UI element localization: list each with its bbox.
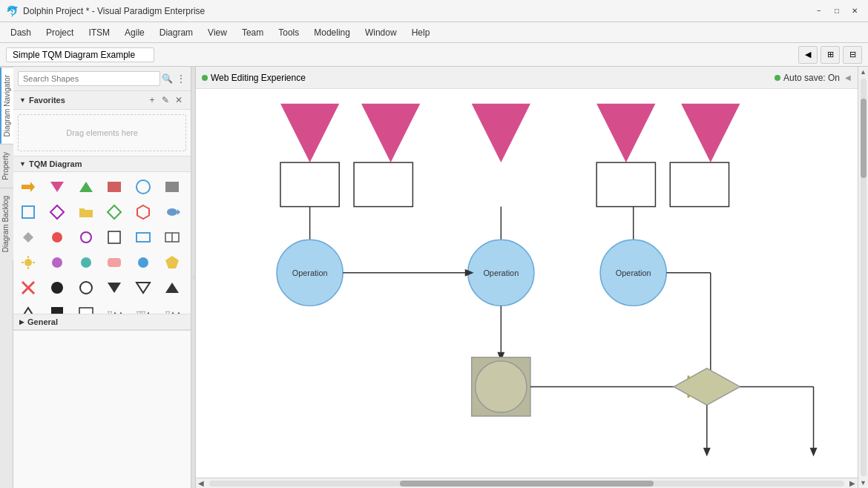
shape-triangle-outline[interactable]	[16, 301, 40, 314]
shape-circle-empty[interactable]	[74, 276, 98, 300]
input-box-4[interactable]	[596, 162, 655, 206]
shape-folder[interactable]	[74, 200, 98, 224]
menu-project[interactable]: Project	[39, 24, 81, 41]
funnel-4[interactable]	[596, 104, 655, 162]
shape-triangle-up2[interactable]	[160, 276, 184, 300]
menu-modeling[interactable]: Modeling	[306, 24, 358, 41]
more-options-icon[interactable]: ⋮	[176, 73, 186, 85]
general-header[interactable]: ▶ General	[13, 314, 191, 330]
shape-square-outline[interactable]	[16, 200, 40, 224]
shape-rect-outline2[interactable]	[74, 301, 98, 314]
shape-text1[interactable]: ▽▲▲	[102, 301, 126, 314]
funnel-3[interactable]	[472, 104, 530, 162]
shape-arrow-right[interactable]	[16, 175, 40, 199]
shape-circle-black[interactable]	[45, 276, 69, 300]
input-box-2[interactable]	[354, 162, 412, 206]
menu-tools[interactable]: Tools	[271, 24, 306, 41]
shape-triangle-up[interactable]	[74, 175, 98, 199]
minimize-button[interactable]: −	[812, 4, 826, 19]
shape-diamond-outline[interactable]	[102, 200, 126, 224]
canvas-scrollbar-y[interactable]: ▲ ▼	[858, 67, 868, 488]
svg-marker-2	[79, 182, 93, 192]
shape-pentagon[interactable]	[160, 251, 184, 274]
shape-circle-red[interactable]	[45, 225, 69, 249]
scroll-thumb-x[interactable]	[400, 481, 654, 487]
auto-save-dot-icon	[775, 75, 780, 81]
canvas-area[interactable]: Operation Operation Operation	[196, 89, 858, 478]
shape-sun[interactable]	[16, 251, 40, 274]
scroll-track-y[interactable]	[861, 79, 867, 476]
svg-point-25	[81, 257, 91, 268]
funnel-5[interactable]	[681, 104, 740, 162]
scroll-right-btn[interactable]: ▶	[847, 479, 858, 487]
svg-marker-8	[108, 205, 121, 219]
menu-help[interactable]: Help	[404, 24, 438, 41]
favorites-header[interactable]: ▼ Favorites + ✎ ✕	[13, 91, 191, 110]
favorites-add-btn[interactable]: +	[146, 94, 158, 106]
diagram-name: Simple TQM Diagram Example	[6, 47, 154, 62]
toolbar-layout-btn[interactable]: ⊟	[843, 46, 862, 64]
close-button[interactable]: ✕	[847, 4, 862, 19]
shape-square-black[interactable]	[45, 301, 69, 314]
svg-marker-0	[22, 182, 35, 192]
shape-rect-split[interactable]	[160, 225, 184, 249]
shape-diamond-small[interactable]	[16, 225, 40, 249]
shape-diamond-purple[interactable]	[45, 200, 69, 224]
shape-circle-blue[interactable]	[131, 251, 155, 274]
tqm-label: TQM Diagram	[29, 159, 185, 168]
menu-dash[interactable]: Dash	[3, 24, 39, 41]
svg-marker-28	[165, 256, 179, 268]
menu-agile[interactable]: Agile	[117, 24, 152, 41]
scroll-thumb-y[interactable]	[861, 99, 867, 178]
shape-triangle-down-outline[interactable]	[131, 276, 155, 300]
scroll-track-x[interactable]	[209, 481, 844, 487]
scroll-up-btn[interactable]: ▲	[858, 67, 868, 77]
shape-hexagon[interactable]	[131, 200, 155, 224]
general-section: ▶ General	[13, 314, 191, 330]
vtab-diagram-backlog[interactable]: Diagram Backlog	[0, 188, 13, 260]
step-circle[interactable]	[476, 361, 527, 412]
shape-text3[interactable]: ▽▲▲	[160, 301, 184, 314]
input-box-1[interactable]	[280, 162, 339, 206]
shape-circle[interactable]	[131, 175, 155, 199]
shape-rectangle-gray[interactable]	[160, 175, 184, 199]
shape-triangle-down2[interactable]	[102, 276, 126, 300]
toolbar-grid-btn[interactable]: ⊞	[821, 46, 840, 64]
vtab-property[interactable]: Property	[0, 144, 13, 188]
funnel-1[interactable]	[280, 104, 339, 162]
shape-rounded-rect[interactable]	[102, 251, 126, 274]
menu-diagram[interactable]: Diagram	[152, 24, 200, 41]
shape-circle-teal[interactable]	[74, 251, 98, 274]
favorites-edit-btn[interactable]: ✎	[160, 94, 171, 106]
menu-itsm[interactable]: ITSM	[81, 24, 117, 41]
menu-team[interactable]: Team	[234, 24, 271, 41]
shape-triangle-down[interactable]	[45, 175, 69, 199]
shape-fish[interactable]	[160, 200, 184, 224]
menu-view[interactable]: View	[200, 24, 234, 41]
vtab-diagram-navigator[interactable]: Diagram Navigator	[0, 67, 13, 144]
decision-diamond[interactable]	[674, 369, 740, 406]
toolbar-back-btn[interactable]: ◀	[798, 46, 818, 64]
svg-rect-37	[51, 307, 63, 314]
svg-rect-3	[108, 182, 121, 192]
tqm-header[interactable]: ▼ TQM Diagram	[13, 156, 191, 172]
maximize-button[interactable]: □	[829, 4, 844, 19]
canvas-scrollbar-x[interactable]: ◀ ▶	[196, 478, 858, 488]
shape-square-white[interactable]	[102, 225, 126, 249]
input-box-5[interactable]	[670, 162, 729, 206]
shape-rectangle[interactable]	[102, 175, 126, 199]
search-input[interactable]	[18, 71, 160, 86]
favorites-close-btn[interactable]: ✕	[173, 94, 185, 106]
title-bar-left: 🐬 Dolphin Project * - Visual Paradigm En…	[6, 5, 205, 17]
search-icon[interactable]: 🔍	[162, 73, 173, 84]
funnel-2[interactable]	[361, 104, 420, 162]
scroll-down-btn[interactable]: ▼	[858, 478, 868, 488]
shape-x-cross[interactable]	[16, 276, 40, 300]
shape-circle-purple2[interactable]	[45, 251, 69, 274]
shape-rect-outline[interactable]	[131, 225, 155, 249]
scroll-left-btn[interactable]: ◀	[196, 479, 206, 487]
shape-text2[interactable]: ▽▽▲	[131, 301, 155, 314]
canvas-collapse-btn[interactable]: ◀	[844, 67, 852, 88]
shape-circle-purple[interactable]	[74, 225, 98, 249]
menu-window[interactable]: Window	[358, 24, 404, 41]
